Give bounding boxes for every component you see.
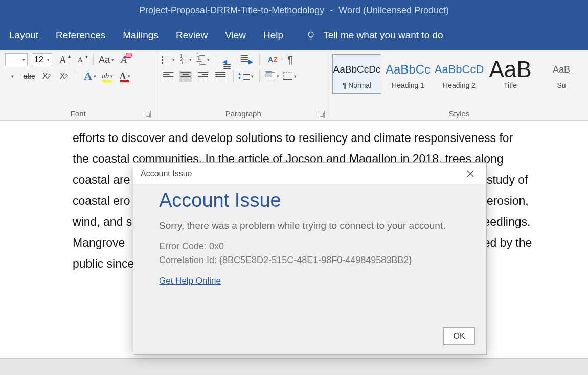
dialog-header-title: Account Issue [141, 169, 192, 178]
account-issue-dialog: Account Issue Account Issue Sorry, there… [133, 162, 487, 355]
font-size-combo[interactable]: 12▾ [32, 53, 52, 66]
text-effects-button[interactable]: A▾ [83, 69, 97, 83]
tab-help[interactable]: Help [263, 30, 283, 41]
borders-button[interactable]: ▾ [283, 69, 297, 83]
multilevel-list-button[interactable]: 1— a— i—▾ [196, 53, 210, 66]
ok-button[interactable]: OK [443, 327, 475, 345]
title-sep: - [327, 5, 335, 16]
app-name: Word (Unlicensed Product) [338, 5, 449, 16]
style-title-name: Title [504, 81, 517, 89]
group-styles: AaBbCcDc ¶ Normal AaBbCc Heading 1 AaBbC… [330, 50, 588, 120]
paragraph-group-label: Paragraph [225, 109, 261, 118]
shading-button[interactable]: ▾ [266, 69, 279, 83]
strikethrough-button[interactable]: abc [22, 69, 36, 83]
increase-indent-button[interactable]: ▶ [240, 53, 253, 66]
style-title-preview: AaB [489, 59, 531, 80]
dialog-close-button[interactable] [462, 167, 479, 181]
style-heading2[interactable]: AaBbCcD Heading 2 [435, 54, 484, 94]
style-h2-preview: AaBbCcD [435, 59, 484, 80]
svg-point-0 [308, 32, 313, 37]
doc-name: Project-Proposal-DRRM-Title-to-Methodolo… [139, 5, 324, 16]
style-subtitle[interactable]: AaB Su [537, 54, 586, 94]
align-right-button[interactable] [196, 69, 210, 83]
ribbon: ▾ 12▾ A▴ A▾ Aa▾ A ▾ abc X2 X2 A▾ ab▾ A▾ … [0, 50, 588, 121]
line-spacing-button[interactable]: ▴▾▾ [240, 69, 253, 83]
style-h1-name: Heading 1 [392, 81, 424, 89]
style-heading1[interactable]: AaBbCc Heading 1 [383, 54, 433, 94]
shrink-font-button[interactable]: A▾ [74, 53, 87, 66]
style-title[interactable]: AaB Title [486, 54, 535, 94]
superscript-button[interactable]: X2 [57, 69, 71, 83]
font-group-label: Font [71, 109, 86, 118]
titlebar: Project-Proposal-DRRM-Title-to-Methodolo… [0, 0, 588, 20]
get-help-link[interactable]: Get Help Online [159, 276, 221, 286]
tab-references[interactable]: References [56, 30, 105, 41]
style-sub-name: Su [557, 81, 566, 89]
close-icon [467, 170, 474, 177]
tab-mailings[interactable]: Mailings [123, 30, 159, 41]
font-color-button[interactable]: A▾ [118, 69, 131, 83]
justify-button[interactable] [214, 69, 227, 83]
style-sub-preview: AaB [553, 59, 570, 80]
font-name-combo[interactable]: ▾ [5, 53, 28, 66]
align-left-button[interactable] [162, 69, 175, 83]
style-h1-preview: AaBbCc [386, 59, 431, 80]
style-normal-preview: AaBbCcDc [333, 59, 381, 80]
tell-me-text: Tell me what you want to do [323, 30, 443, 41]
style-h2-name: Heading 2 [443, 81, 476, 89]
style-normal-name: ¶ Normal [343, 81, 372, 89]
decrease-indent-button[interactable]: ◀ [222, 53, 236, 66]
align-center-button[interactable] [179, 71, 192, 82]
change-case-button[interactable]: Aa▾ [100, 53, 113, 66]
dialog-header[interactable]: Account Issue [133, 163, 486, 184]
tab-layout[interactable]: Layout [9, 30, 38, 41]
numbering-button[interactable]: 1—2—3—▾ [179, 53, 192, 66]
show-hide-button[interactable]: ¶ [283, 53, 297, 66]
group-font: ▾ 12▾ A▴ A▾ Aa▾ A ▾ abc X2 X2 A▾ ab▾ A▾ … [0, 50, 156, 120]
highlight-button[interactable]: ab▾ [101, 69, 114, 83]
styles-group-label: Styles [449, 109, 470, 118]
tell-me[interactable]: Tell me what you want to do [306, 30, 443, 41]
dialog-message: Sorry, there was a problem while trying … [159, 219, 466, 233]
small-dd[interactable]: ▾ [5, 69, 18, 83]
tab-review[interactable]: Review [176, 30, 208, 41]
grow-font-button[interactable]: A▴ [56, 53, 70, 66]
clear-formatting-button[interactable]: A [117, 53, 130, 66]
dialog-title: Account Issue [159, 190, 466, 212]
dialog-correlation-id: Correlation Id: {8BC5E8D2-515C-48E1-98F0… [159, 255, 466, 266]
ribbon-tabs: Layout References Mailings Review View H… [0, 20, 588, 50]
lightbulb-icon [306, 30, 316, 40]
style-normal[interactable]: AaBbCcDc ¶ Normal [332, 54, 381, 94]
subscript-button[interactable]: X2 [40, 69, 53, 83]
dialog-error-code: Error Code: 0x0 [159, 241, 466, 252]
paragraph-dialog-launcher[interactable] [318, 111, 325, 118]
bullets-button[interactable]: ▾ [162, 53, 175, 66]
tab-view[interactable]: View [225, 30, 246, 41]
group-paragraph: ▾ 1—2—3—▾ 1— a— i—▾ ◀ ▶ AZ↓ ¶ ▴▾▾ ▾ ▾ [156, 50, 330, 120]
font-dialog-launcher[interactable] [144, 111, 151, 118]
font-size-value: 12 [34, 55, 43, 64]
sort-button[interactable]: AZ↓ [266, 53, 279, 66]
